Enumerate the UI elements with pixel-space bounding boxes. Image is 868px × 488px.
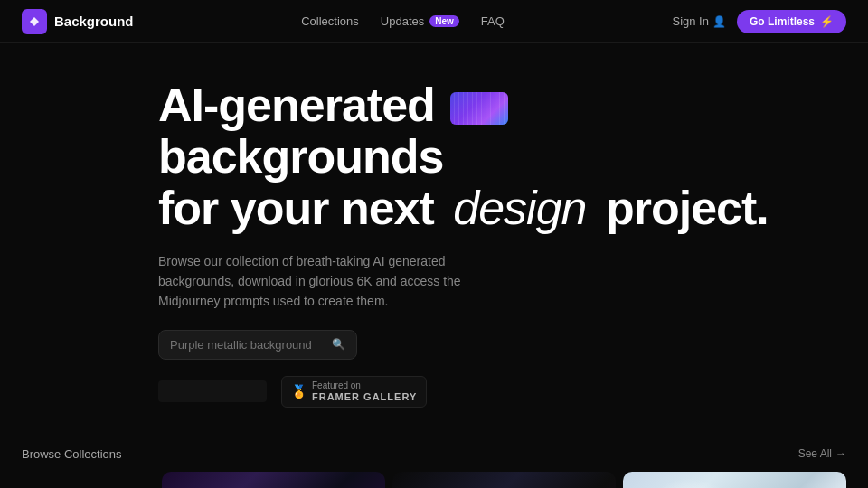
sign-in-button[interactable]: Sign In 👤 — [672, 14, 725, 28]
collection-card-aberrant[interactable]: Aberrant 12 Backgrounds → — [392, 472, 616, 488]
new-badge: New — [429, 15, 459, 27]
card-overlay-ethereal — [623, 472, 846, 488]
social-proof: 🏅 Featured on FRAMER GALLERY — [158, 376, 846, 408]
navbar: Background Collections Updates New FAQ S… — [0, 0, 868, 43]
social-badge-image — [158, 380, 267, 402]
nav-right: Sign In 👤 Go Limitless ⚡ — [672, 10, 846, 33]
collections-grid: Fusion 12 Backgrounds → Aberrant 12 Back… — [162, 472, 846, 488]
user-icon: 👤 — [712, 15, 726, 28]
wreath-icon: 🏅 — [291, 384, 307, 399]
card-overlay-aberrant — [392, 472, 616, 488]
wave-decoration — [450, 92, 508, 125]
hero-section: AI-generated backgrounds for your next d… — [0, 43, 868, 426]
nav-link-collections[interactable]: Collections — [301, 14, 359, 28]
hero-headline: AI-generated backgrounds for your next d… — [158, 80, 791, 235]
nav-left: Background — [22, 9, 134, 34]
nav-link-updates: Updates — [381, 14, 424, 28]
go-limitless-button[interactable]: Go Limitless ⚡ — [737, 10, 846, 33]
see-all-button[interactable]: See All → — [798, 447, 846, 460]
framer-gallery-label: FRAMER GALLERY — [312, 391, 417, 403]
collection-card-fusion[interactable]: Fusion 12 Backgrounds → — [162, 472, 385, 488]
collection-card-ethereal[interactable]: Ethereal 12 Backgrounds → — [623, 472, 846, 488]
nav-link-faq[interactable]: FAQ — [481, 14, 505, 28]
search-bar[interactable]: 🔍 — [158, 330, 357, 360]
nav-updates[interactable]: Updates New — [381, 14, 459, 28]
framer-badge: 🏅 Featured on FRAMER GALLERY — [281, 376, 427, 408]
collections-header: Browse Collections See All → — [22, 447, 846, 461]
framer-badge-text: Featured on FRAMER GALLERY — [312, 380, 417, 403]
arrow-right-icon: → — [835, 447, 846, 460]
search-input[interactable] — [170, 338, 325, 352]
headline-line1: AI-generated backgrounds — [158, 79, 512, 183]
headline-line2: for your next design project. — [158, 182, 769, 234]
brand-name: Background — [54, 14, 134, 29]
collections-title: Browse Collections — [22, 447, 122, 461]
collections-section: Browse Collections See All → Fusion 12 B… — [0, 447, 868, 488]
card-overlay-fusion — [162, 472, 385, 488]
nav-center: Collections Updates New FAQ — [301, 14, 505, 28]
logo-icon[interactable] — [22, 9, 47, 34]
lightning-icon: ⚡ — [820, 15, 834, 28]
search-icon: 🔍 — [332, 338, 345, 351]
hero-subtitle: Browse our collection of breath-taking A… — [158, 251, 502, 312]
